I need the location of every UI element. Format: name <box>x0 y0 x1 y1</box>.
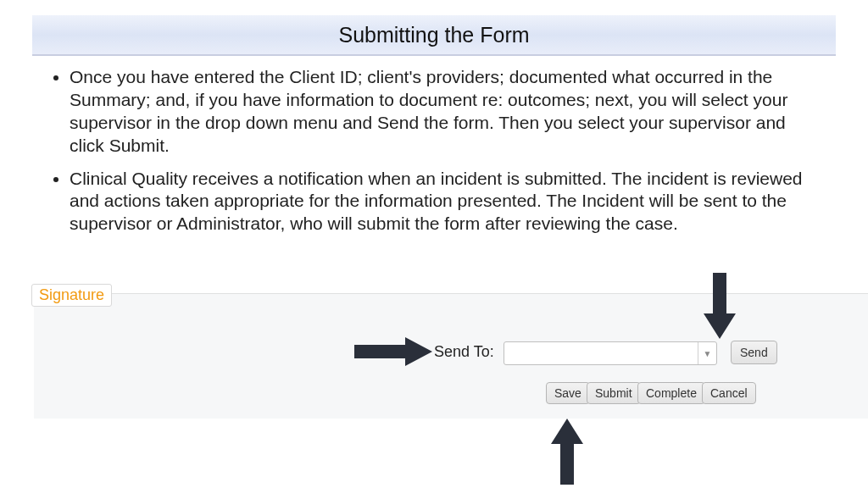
arrow-down-icon <box>704 273 736 339</box>
arrow-right-icon <box>354 337 432 366</box>
send-button[interactable]: Send <box>731 341 777 364</box>
svg-marker-2 <box>551 419 583 485</box>
complete-button[interactable]: Complete <box>637 382 705 404</box>
svg-marker-0 <box>354 337 432 366</box>
svg-marker-1 <box>704 273 736 339</box>
instruction-list: Once you have entered the Client ID; cli… <box>51 66 817 236</box>
cancel-button[interactable]: Cancel <box>702 382 756 404</box>
list-item: Clinical Quality receives a notification… <box>70 168 817 236</box>
arrow-up-icon <box>551 419 583 485</box>
chevron-down-icon: ▼ <box>698 342 716 364</box>
send-to-dropdown[interactable]: ▼ <box>504 341 717 365</box>
signature-panel: Signature Send To: ▼ Send Save Submit Co… <box>34 293 868 419</box>
signature-section-label: Signature <box>31 284 112 307</box>
title-bar: Submitting the Form <box>32 15 836 56</box>
send-to-label: Send To: <box>434 343 494 361</box>
page-title: Submitting the Form <box>338 23 529 47</box>
list-item: Once you have entered the Client ID; cli… <box>70 66 817 158</box>
save-button[interactable]: Save <box>546 382 590 404</box>
submit-button[interactable]: Submit <box>587 382 641 404</box>
